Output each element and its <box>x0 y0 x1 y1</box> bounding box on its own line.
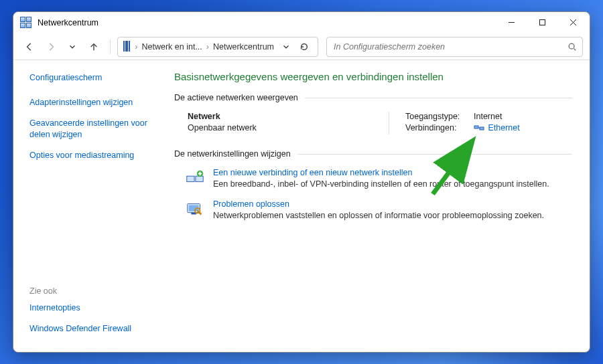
svg-rect-1 <box>539 20 545 25</box>
search-box[interactable] <box>326 37 583 57</box>
sidebar-also-label: Zie ook <box>29 286 150 296</box>
troubleshoot-icon <box>185 199 205 219</box>
sidebar: Configuratiescherm Adapterinstellingen w… <box>13 60 159 352</box>
ethernet-icon <box>474 124 484 131</box>
recent-button[interactable] <box>63 37 82 56</box>
sidebar-link-sharing[interactable]: Geavanceerde instellingen voor delen wij… <box>29 118 150 141</box>
svg-rect-7 <box>474 126 478 128</box>
sidebar-also-firewall[interactable]: Windows Defender Firewall <box>29 323 150 335</box>
network-name: Netwerk <box>188 112 389 121</box>
network-profile: Openbaar netwerk <box>188 123 389 132</box>
sidebar-also-internetopties[interactable]: Internetopties <box>29 302 150 314</box>
active-networks-header: De actieve netwerken weergeven <box>174 93 572 102</box>
ethernet-link[interactable]: Ethernet <box>488 123 519 132</box>
back-button[interactable] <box>20 37 39 56</box>
toolbar: › Netwerk en int... › Netwerkcentrum <box>13 33 590 60</box>
window: Netwerkcentrum › Netwerk en int... › Net… <box>13 11 590 353</box>
refresh-button[interactable] <box>296 39 312 55</box>
sidebar-link-adapter[interactable]: Adapterinstellingen wijzigen <box>29 97 150 108</box>
address-dropdown-button[interactable] <box>278 39 294 55</box>
svg-point-5 <box>569 43 574 49</box>
forward-button[interactable] <box>42 37 60 56</box>
close-button[interactable] <box>557 12 588 33</box>
window-title: Netwerkcentrum <box>38 18 98 27</box>
connections-label: Verbindingen: <box>405 123 474 132</box>
up-button[interactable] <box>84 37 103 56</box>
svg-line-6 <box>574 48 576 50</box>
task-troubleshoot: Problemen oplossen Netwerkproblemen vast… <box>185 199 572 220</box>
task-new-connection-link[interactable]: Een nieuwe verbinding of een nieuw netwe… <box>213 168 412 177</box>
chevron-right-icon: › <box>135 42 137 52</box>
network-center-icon <box>20 17 32 29</box>
search-input[interactable] <box>332 41 577 52</box>
content: Basisnetwerkgegevens weergeven en verbin… <box>159 60 590 352</box>
network-center-icon <box>123 41 131 52</box>
task-new-connection-desc: Een breedband-, inbel- of VPN-verbinding… <box>213 179 549 189</box>
access-label: Toegangstype: <box>405 112 474 121</box>
maximize-button[interactable] <box>527 12 557 33</box>
search-icon <box>567 42 577 52</box>
separator <box>110 39 111 54</box>
page-title: Basisnetwerkgegevens weergeven en verbin… <box>174 71 572 82</box>
active-network-block: Netwerk Openbaar netwerk Toegangstype: I… <box>188 112 572 134</box>
change-settings-header: De netwerkinstellingen wijzigen <box>174 149 572 159</box>
address-bar[interactable]: › Netwerk en int... › Netwerkcentrum <box>117 37 318 57</box>
breadcrumb-part2[interactable]: Netwerkcentrum <box>213 42 274 52</box>
task-troubleshoot-desc: Netwerkproblemen vaststellen en oplossen… <box>213 211 544 220</box>
svg-rect-10 <box>187 176 194 181</box>
breadcrumb-part1[interactable]: Netwerk en int... <box>142 42 202 52</box>
sidebar-link-streaming[interactable]: Opties voor mediastreaming <box>29 150 150 161</box>
task-new-connection: Een nieuwe verbinding of een nieuw netwe… <box>185 168 572 189</box>
chevron-right-icon: › <box>206 42 209 52</box>
new-connection-icon <box>185 168 205 188</box>
task-troubleshoot-link[interactable]: Problemen oplossen <box>213 199 289 209</box>
svg-rect-8 <box>480 127 484 130</box>
window-controls <box>496 12 588 33</box>
minimize-button[interactable] <box>496 12 527 33</box>
access-value: Internet <box>474 112 502 121</box>
body: Configuratiescherm Adapterinstellingen w… <box>13 60 590 352</box>
titlebar: Netwerkcentrum <box>13 12 590 33</box>
sidebar-home-link[interactable]: Configuratiescherm <box>29 72 150 84</box>
svg-rect-11 <box>196 176 203 181</box>
